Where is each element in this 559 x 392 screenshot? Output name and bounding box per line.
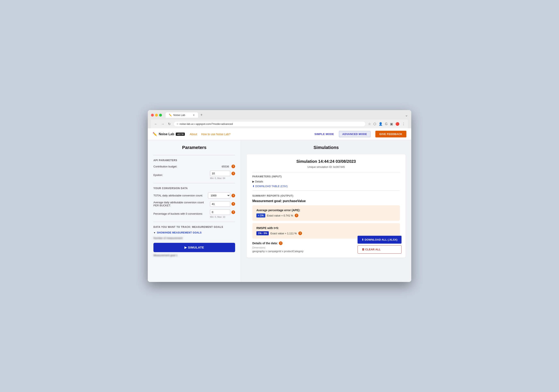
reload-button[interactable]: ↻	[167, 121, 171, 126]
back-button[interactable]: ←	[153, 122, 158, 126]
measurement-goals-label: DATA YOU WANT TO TRACK: MEASUREMENT GOAL…	[153, 226, 235, 228]
show-hide-goals-link[interactable]: SHOW/HIDE MEASUREMENT GOALS	[157, 231, 202, 234]
address-bar[interactable]: ⊙ noise-lab.uc.r.appspot.com/?mode=advan…	[174, 121, 366, 127]
rmspe-help-icon[interactable]: ?	[298, 232, 302, 235]
header-modes: SIMPLE MODE ADVANCED MODE GIVE FEEDBACK	[311, 131, 406, 137]
sim-divider-1	[252, 172, 400, 172]
logo-name: Noise Lab	[159, 132, 174, 136]
epsilon-input[interactable]	[210, 171, 230, 176]
tab-title: Noise Lab	[173, 113, 185, 117]
left-panel: Parameters API PARAMETERS Contribution b…	[148, 140, 241, 282]
forward-button[interactable]: →	[160, 122, 165, 126]
divider-2	[153, 183, 235, 183]
conversion-data-label: YOUR CONVERSION DATA	[153, 187, 235, 190]
close-window-btn[interactable]	[151, 114, 154, 117]
avg-daily-input[interactable]	[210, 201, 230, 207]
recording-icon[interactable]: 🔴	[395, 121, 400, 126]
right-panel: Simulations Simulation 14:44:24 03/08/20…	[241, 140, 411, 282]
clear-all-button[interactable]: 🗑 CLEAR ALL	[358, 245, 401, 253]
feedback-button[interactable]: GIVE FEEDBACK	[375, 131, 406, 137]
pct-buckets-input-group: ? Min: 0, Max: 10	[210, 209, 235, 218]
pct-buckets-help-icon[interactable]: ?	[232, 210, 235, 214]
maximize-window-btn[interactable]	[159, 114, 162, 117]
logo-pencil-icon: ✏️	[153, 132, 157, 136]
total-daily-select[interactable]: 1000 500 2000	[208, 193, 230, 198]
epsilon-label: Epsilon:	[153, 174, 208, 177]
epsilon-hint: Min: 0, Max: 64	[210, 177, 235, 179]
summary-label: SUMMARY REPORTS (OUTPUT)	[252, 194, 400, 197]
main-content: Parameters API PARAMETERS Contribution b…	[148, 140, 411, 282]
epsilon-input-group: ? Min: 0, Max: 64	[210, 171, 235, 179]
address-url: noise-lab.uc.r.appspot.com/?mode=advance…	[180, 122, 233, 125]
browser-titlebar: ✏️ Noise Lab ✕ + ⌄ ← → ↻ ⊙ noise-lab.uc.…	[148, 110, 411, 128]
titlebar-top: ✏️ Noise Lab ✕ + ⌄	[151, 112, 408, 118]
contribution-budget-value: 65536	[222, 165, 229, 168]
tab-favicon-icon: ✏️	[169, 114, 172, 117]
details-toggle-label: ▶ Details	[252, 180, 263, 183]
show-hide-goals-row: ▼ SHOW/HIDE MEASUREMENT GOALS	[153, 231, 235, 234]
divider-1	[153, 155, 235, 155]
avg-daily-help-icon[interactable]: ?	[232, 202, 235, 206]
download-csv-label: ⬇ DOWNLOAD TABLE (CSV)	[252, 185, 288, 188]
divider-3	[153, 222, 235, 222]
extensions-icon[interactable]: ⬡	[373, 121, 377, 126]
minimize-window-btn[interactable]	[155, 114, 158, 117]
logo-area: ✏️ Noise Lab v2.7.0	[153, 132, 185, 136]
api-params-label: API PARAMETERS	[153, 159, 235, 162]
ape-help-icon[interactable]: ?	[295, 214, 298, 217]
profile-icon[interactable]: 👤	[378, 121, 383, 126]
measurement-goal-1-blurred: Measurement goal 1	[153, 254, 235, 257]
download-csv-link[interactable]: ⬇ DOWNLOAD TABLE (CSV)	[252, 185, 400, 188]
details-toggle[interactable]: ▶ Details	[252, 180, 400, 183]
sim-id: Unique simulation ID: bc067445	[252, 165, 400, 168]
version-badge: v2.7.0	[176, 132, 185, 136]
browser-window: ✏️ Noise Lab ✕ + ⌄ ← → ↻ ⊙ noise-lab.uc.…	[148, 110, 411, 282]
simulation-card: Simulation 14:44:24 03/08/2023 Unique si…	[247, 154, 406, 258]
app-header: ✏️ Noise Lab v2.7.0 About How to use Noi…	[148, 128, 411, 140]
simple-mode-button[interactable]: SIMPLE MODE	[311, 131, 337, 137]
ape-value-row: < 1% Exact value = 0.741 % ?	[256, 214, 396, 217]
measurement-goal-title: Measurement goal: purchaseValue	[252, 199, 400, 203]
epsilon-row: Epsilon: ? Min: 0, Max: 64	[153, 171, 235, 179]
new-tab-button[interactable]: +	[199, 112, 204, 118]
panel-title: Parameters	[153, 145, 235, 150]
browser-actions: ☆ ⬡ 👤 G ▣ 🔴 ⋮	[368, 121, 406, 126]
contribution-budget-label: Contribution budget:	[153, 165, 220, 168]
grammarly-icon[interactable]: G	[385, 122, 388, 126]
avg-daily-label: Average daily attributable conversion co…	[153, 201, 208, 207]
ape-badge: < 1%	[256, 214, 265, 217]
how-to-link[interactable]: How to use Noise Lab?	[201, 132, 231, 136]
avg-daily-row: Average daily attributable conversion co…	[153, 201, 235, 207]
total-daily-help-icon[interactable]: ?	[232, 194, 235, 197]
floating-actions: ⬇ DOWNLOAD ALL (.XLSX) 🗑 CLEAR ALL	[358, 236, 401, 253]
params-input-label: PARAMETERS (INPUT)	[252, 175, 400, 178]
active-tab[interactable]: ✏️ Noise Lab ✕	[166, 112, 198, 118]
tab-chevron-icon: ⌄	[405, 113, 408, 117]
pct-buckets-input[interactable]	[210, 209, 230, 215]
sim-title: Simulation 14:44:24 03/08/2023	[252, 159, 400, 164]
ape-label: Average percentage error (APE):	[256, 209, 396, 212]
header-nav-links: About How to use Noise Lab?	[190, 132, 231, 136]
address-lock-icon: ⊙	[177, 123, 178, 125]
total-daily-label: TOTAL daily attributable conversion coun…	[153, 194, 206, 197]
total-daily-row: TOTAL daily attributable conversion coun…	[153, 193, 235, 198]
bookmark-icon[interactable]: ☆	[368, 121, 371, 126]
details-help-icon[interactable]: ?	[279, 241, 282, 245]
tab-bar: ✏️ Noise Lab ✕ +	[166, 112, 403, 118]
advanced-mode-button[interactable]: ADVANCED MODE	[339, 131, 371, 137]
download-all-button[interactable]: ⬇ DOWNLOAD ALL (.XLSX)	[358, 236, 401, 244]
pct-buckets-hint: Min: 0, Max: 10	[210, 216, 235, 218]
number-of-measurement-blurred: Number of measurement	[153, 236, 235, 240]
about-link[interactable]: About	[190, 132, 197, 136]
contribution-budget-help-icon[interactable]: ?	[232, 165, 235, 168]
rmspe-label: RMSPE with t=5:	[256, 226, 396, 230]
simulate-btn-label: ▶ SIMULATE	[185, 246, 204, 249]
rmspe-value-row: 1% - 5% Exact value = 1.111 % ?	[256, 231, 396, 235]
traffic-lights	[151, 114, 162, 117]
pct-buckets-row: Percentage of buckets with 0 conversions…	[153, 209, 235, 218]
epsilon-help-icon[interactable]: ?	[232, 172, 235, 175]
tab-close-icon[interactable]: ✕	[193, 114, 195, 117]
menu-icon[interactable]: ⋮	[401, 121, 406, 126]
simulate-button[interactable]: ▶ SIMULATE	[153, 243, 235, 252]
sidebar-icon[interactable]: ▣	[390, 121, 393, 126]
